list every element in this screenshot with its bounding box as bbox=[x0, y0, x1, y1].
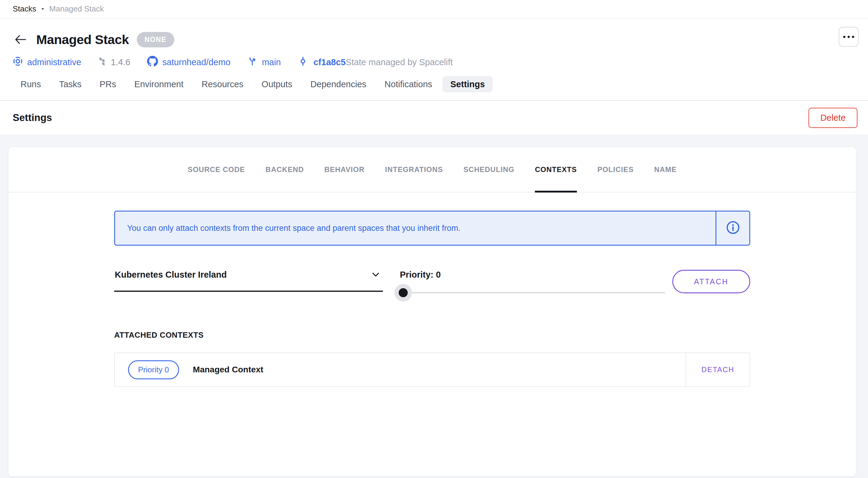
contexts-panel: You can only attach contexts from the cu… bbox=[114, 193, 750, 387]
breadcrumb-separator: • bbox=[42, 5, 44, 12]
github-icon bbox=[147, 56, 158, 69]
settings-subtabs: SOURCE CODE BACKEND BEHAVIOR INTEGRATION… bbox=[8, 147, 856, 193]
context-select-value: Kubernetes Cluster Ireland bbox=[115, 270, 227, 279]
subtab-source-code[interactable]: SOURCE CODE bbox=[188, 147, 245, 192]
back-arrow-icon[interactable] bbox=[13, 32, 28, 47]
info-banner: You can only attach contexts from the cu… bbox=[114, 211, 750, 246]
info-banner-text: You can only attach contexts from the cu… bbox=[115, 211, 715, 245]
version-meta: 1.4.6 bbox=[98, 57, 130, 68]
stack-header: Managed Stack NONE ••• administrative bbox=[0, 19, 868, 92]
settings-bar: Settings Delete bbox=[0, 100, 868, 135]
attach-context-controls: Kubernetes Cluster Ireland Priority: 0 bbox=[114, 270, 750, 302]
space-meta[interactable]: administrative bbox=[13, 56, 81, 68]
tab-notifications[interactable]: Notifications bbox=[377, 76, 440, 92]
title-row: Managed Stack NONE bbox=[13, 28, 855, 51]
delete-button[interactable]: Delete bbox=[808, 108, 858, 128]
info-icon bbox=[726, 220, 740, 236]
priority-slider[interactable] bbox=[396, 284, 665, 302]
tab-tasks[interactable]: Tasks bbox=[51, 76, 89, 92]
terraform-version: 1.4.6 bbox=[111, 57, 130, 67]
settings-card: SOURCE CODE BACKEND BEHAVIOR INTEGRATION… bbox=[8, 147, 856, 476]
attach-button[interactable]: ATTACH bbox=[672, 270, 750, 293]
tab-prs[interactable]: PRs bbox=[92, 76, 124, 92]
settings-section-title: Settings bbox=[13, 112, 52, 124]
priority-label: Priority: 0 bbox=[396, 270, 665, 280]
breadcrumb-stacks-link[interactable]: Stacks bbox=[13, 4, 36, 13]
subtab-integrations[interactable]: INTEGRATIONS bbox=[385, 147, 443, 192]
tab-outputs[interactable]: Outputs bbox=[254, 76, 300, 92]
settings-page: SOURCE CODE BACKEND BEHAVIOR INTEGRATION… bbox=[0, 135, 868, 478]
subtab-policies[interactable]: POLICIES bbox=[597, 147, 633, 192]
space-icon bbox=[13, 56, 23, 68]
state-managed-note: State managed by Spacelift bbox=[345, 57, 453, 67]
stack-meta-row: administrative 1.4.6 saturnhead/demo bbox=[13, 56, 855, 69]
ellipsis-icon: ••• bbox=[843, 32, 856, 42]
terraform-icon bbox=[98, 57, 106, 68]
tab-environment[interactable]: Environment bbox=[127, 76, 191, 92]
detach-button[interactable]: DETACH bbox=[686, 353, 750, 386]
tab-resources[interactable]: Resources bbox=[194, 76, 251, 92]
attached-context-row: Priority 0 Managed Context DETACH bbox=[114, 352, 750, 387]
priority-block: Priority: 0 bbox=[396, 270, 665, 302]
repo-link[interactable]: saturnhead/demo bbox=[162, 57, 230, 67]
chevron-down-icon bbox=[371, 270, 380, 281]
priority-slider-thumb[interactable] bbox=[395, 284, 412, 302]
breadcrumb-current: Managed Stack bbox=[49, 4, 104, 13]
commit-meta: cf1a8c5State managed by Spacelift bbox=[298, 56, 453, 68]
branch-meta[interactable]: main bbox=[247, 56, 281, 68]
branch-icon bbox=[247, 56, 258, 68]
attached-context-main: Priority 0 Managed Context bbox=[115, 353, 686, 386]
repo-meta[interactable]: saturnhead/demo bbox=[147, 56, 230, 69]
space-link[interactable]: administrative bbox=[27, 57, 81, 67]
commit-link[interactable]: cf1a8c5 bbox=[313, 57, 345, 67]
commit-icon bbox=[298, 56, 308, 68]
page-title: Managed Stack bbox=[36, 32, 129, 47]
stack-tabs: Runs Tasks PRs Environment Resources Out… bbox=[13, 76, 855, 92]
attached-context-name: Managed Context bbox=[193, 365, 264, 375]
subtab-scheduling[interactable]: SCHEDULING bbox=[464, 147, 515, 192]
tab-dependencies[interactable]: Dependencies bbox=[303, 76, 374, 92]
branch-link[interactable]: main bbox=[262, 57, 281, 67]
tab-settings[interactable]: Settings bbox=[442, 76, 493, 92]
subtab-name[interactable]: NAME bbox=[654, 147, 677, 192]
breadcrumb: Stacks • Managed Stack bbox=[0, 0, 868, 19]
info-banner-icon-cell[interactable] bbox=[715, 211, 749, 245]
priority-slider-track[interactable] bbox=[396, 292, 665, 293]
tab-runs[interactable]: Runs bbox=[13, 76, 49, 92]
subtab-backend[interactable]: BACKEND bbox=[266, 147, 304, 192]
priority-slider-thumb-dot bbox=[399, 288, 408, 297]
status-badge: NONE bbox=[137, 32, 174, 47]
context-select[interactable]: Kubernetes Cluster Ireland bbox=[114, 270, 383, 292]
more-options-button[interactable]: ••• bbox=[839, 27, 859, 47]
attached-contexts-heading: ATTACHED CONTEXTS bbox=[114, 331, 750, 340]
subtab-behavior[interactable]: BEHAVIOR bbox=[324, 147, 365, 192]
priority-badge[interactable]: Priority 0 bbox=[128, 360, 179, 379]
subtab-contexts[interactable]: CONTEXTS bbox=[535, 147, 577, 192]
